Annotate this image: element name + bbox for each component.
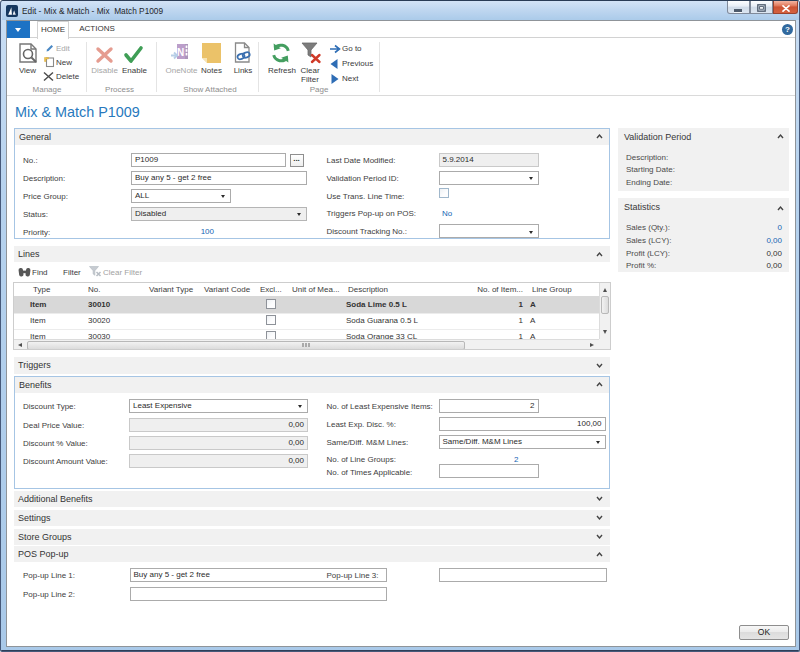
svg-text:?: ? [785,25,790,34]
svg-text:N: N [177,47,184,58]
